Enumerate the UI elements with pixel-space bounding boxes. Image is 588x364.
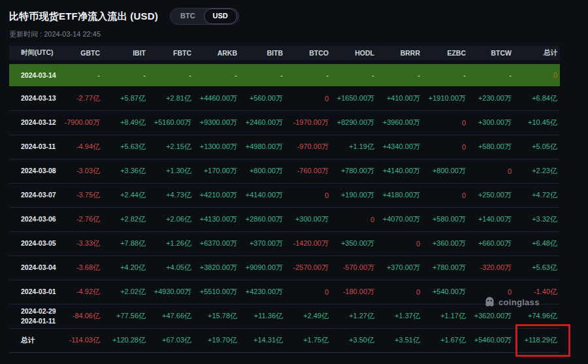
flow-value: +300.00万	[468, 110, 514, 135]
flow-value: +4210.00万	[194, 183, 240, 207]
flow-value: +5.63亿	[103, 135, 148, 159]
flow-value: +9090.00万	[240, 256, 286, 280]
flow-value: +3620.00万	[468, 304, 514, 328]
flow-value: +540.00万	[423, 280, 468, 304]
flow-value: 0	[286, 86, 331, 110]
flow-value: +67.03亿	[148, 328, 194, 352]
flow-value: +3.50亿	[331, 328, 377, 352]
flow-value: -	[286, 62, 331, 86]
column-header: BRRR	[377, 46, 423, 62]
flow-value: +8.49亿	[103, 110, 148, 135]
flow-value: -114.03亿	[57, 328, 103, 352]
flow-value: +3.51亿	[377, 328, 423, 352]
flow-value: 0	[468, 280, 514, 304]
flow-value: -	[331, 62, 377, 86]
flow-value: -	[57, 62, 103, 86]
table-row: 2024-03-13-2.77亿+5.87亿+2.81亿+4460.00万+56…	[9, 86, 560, 110]
row-date: 2024-03-08	[9, 159, 57, 183]
table-row: 2024-03-06-2.76亿+2.82亿+2.06亿+4130.00万+28…	[9, 207, 560, 231]
table-row: 2024-03-01-4.92亿+2.02亿+4930.00万+5510.00万…	[9, 280, 560, 304]
flow-value: +14.31亿	[240, 328, 286, 352]
flow-value: -7900.00万	[57, 110, 103, 135]
flow-value: -970.00万	[286, 135, 331, 159]
flow-value: 0	[286, 280, 331, 304]
flow-value: -	[240, 62, 286, 86]
flow-value: +8290.00万	[331, 110, 377, 135]
flow-value: +4140.00万	[377, 159, 423, 183]
flow-value: -2.76亿	[57, 207, 103, 231]
flow-value: +410.00万	[377, 86, 423, 110]
flow-value: +4130.00万	[194, 207, 240, 231]
row-date: 2024-03-01	[9, 280, 57, 304]
flow-value: +190.00万	[331, 183, 377, 207]
flow-value: +370.00万	[377, 256, 423, 280]
toggle-btc-button[interactable]: BTC	[172, 9, 204, 23]
flow-value: +2.44亿	[103, 183, 148, 207]
column-header: EZBC	[423, 46, 468, 62]
row-date: 2024-03-06	[9, 207, 57, 231]
flow-value: +1300.00万	[194, 135, 240, 159]
flow-value: +1650.00万	[331, 86, 377, 110]
flow-value: -3.68亿	[57, 256, 103, 280]
flow-value: +1.37亿	[377, 304, 423, 328]
column-header: IBIT	[103, 46, 148, 62]
flow-value: +140.00万	[468, 207, 514, 231]
table-row: 2024-03-07-3.75亿+2.44亿+4.73亿+4210.00万+41…	[9, 183, 560, 207]
flow-value: 0	[286, 183, 331, 207]
flow-value: +10.45亿	[514, 110, 560, 135]
flow-value: -1420.00万	[286, 231, 331, 256]
row-date: 2024-03-05	[9, 231, 57, 256]
row-date: 2024-03-14	[9, 62, 57, 86]
flow-value: +780.00万	[423, 256, 468, 280]
column-header: ARKB	[194, 46, 240, 62]
flow-value: -320.00万	[468, 256, 514, 280]
flow-value: -	[377, 62, 423, 86]
unit-toggle[interactable]: BTC USD	[170, 8, 239, 25]
flow-value: +1.75亿	[286, 328, 331, 352]
flow-value: +2.15亿	[148, 135, 194, 159]
flow-value: -1.40亿	[514, 280, 560, 304]
flow-value: +5.05亿	[514, 135, 560, 159]
column-header-date: 时间(UTC)	[9, 46, 57, 62]
column-header: 总计	[514, 46, 560, 62]
flow-value: +580.00万	[423, 207, 468, 231]
flow-value: -570.00万	[331, 256, 377, 280]
table-row: 2024-03-11-4.94亿+5.63亿+2.15亿+1300.00万+49…	[9, 135, 560, 159]
table-head-row: 时间(UTC)GBTCIBITFBTCARKBBITBBTCOHODLBRRRE…	[9, 46, 560, 62]
row-date: 2024-03-11	[9, 135, 57, 159]
flow-value: 0	[468, 159, 514, 183]
flow-value: +2.06亿	[148, 207, 194, 231]
column-header: BTCO	[286, 46, 331, 62]
flow-value: +2460.00万	[240, 110, 286, 135]
flow-value: -1970.00万	[286, 110, 331, 135]
flow-value: +11.36亿	[240, 304, 286, 328]
flow-value: +74.96亿	[514, 304, 560, 328]
flow-value: +4980.00万	[240, 135, 286, 159]
flow-value: +3.36亿	[103, 159, 148, 183]
flow-value: +5.87亿	[103, 86, 148, 110]
column-header: BTCW	[468, 46, 514, 62]
toggle-usd-button[interactable]: USD	[204, 8, 237, 24]
flow-value: +1.19亿	[331, 135, 377, 159]
flow-value: 0	[423, 183, 468, 207]
flow-value: +2.82亿	[103, 207, 148, 231]
flow-value: +780.00万	[331, 159, 377, 183]
flow-value: +1910.00万	[423, 86, 468, 110]
row-date: 2024-02-292024-01-11	[9, 304, 57, 328]
flow-value: -2.77亿	[57, 86, 103, 110]
flow-value: +660.00万	[468, 231, 514, 256]
flow-value: +800.00万	[423, 159, 468, 183]
flow-value: +6370.00万	[194, 231, 240, 256]
flow-value: +4340.00万	[377, 135, 423, 159]
flow-value: +300.00万	[286, 207, 331, 231]
flow-value: +1.26亿	[148, 231, 194, 256]
row-date: 总计	[9, 328, 57, 352]
table-row: 2024-02-292024-01-11-84.06亿+77.56亿+47.66…	[9, 304, 560, 328]
flow-value: +4930.00万	[148, 280, 194, 304]
flow-value: +1.67亿	[423, 328, 468, 352]
column-header: GBTC	[57, 46, 103, 62]
flow-value: +4460.00万	[194, 86, 240, 110]
flow-value: +5.63亿	[514, 256, 560, 280]
flow-value: +360.00万	[423, 231, 468, 256]
flow-value: 0	[423, 110, 468, 135]
